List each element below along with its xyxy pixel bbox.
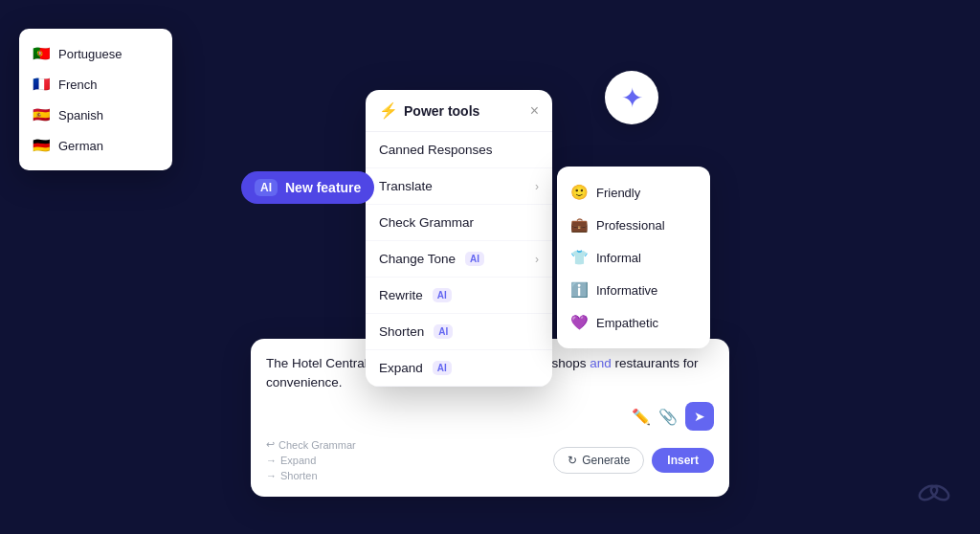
attachment-icon[interactable]: 📎 xyxy=(658,408,678,426)
tone-label-informal: Informal xyxy=(596,251,641,265)
tone-label-empathetic: Empathetic xyxy=(596,316,658,330)
change-tone-left: Change Tone AI xyxy=(379,252,484,266)
professional-icon: 💼 xyxy=(570,216,589,234)
send-button[interactable]: ➤ xyxy=(685,402,714,431)
shorten-link-label: Shorten xyxy=(280,470,318,481)
translate-label: Translate xyxy=(379,179,433,193)
language-item-french[interactable]: 🇫🇷 French xyxy=(19,69,172,100)
tone-label-friendly: Friendly xyxy=(596,186,640,200)
check-grammar-label: Check Grammar xyxy=(379,215,474,230)
new-feature-text: New feature xyxy=(285,180,361,195)
tone-item-informative[interactable]: ℹ️ Informative xyxy=(557,274,710,306)
tone-item-professional[interactable]: 💼 Professional xyxy=(557,209,710,241)
tone-dropdown: 🙂 Friendly 💼 Professional 👕 Informal ℹ️ … xyxy=(557,167,710,348)
language-item-german[interactable]: 🇩🇪 German xyxy=(19,130,172,161)
canned-responses-label: Canned Responses xyxy=(379,143,493,157)
bottom-link-shorten[interactable]: → Shorten xyxy=(266,470,356,481)
generate-icon: ↻ xyxy=(568,454,577,467)
menu-item-shorten[interactable]: Shorten AI xyxy=(366,314,552,350)
tone-item-empathetic[interactable]: 💜 Empathetic xyxy=(557,306,710,339)
menu-item-change-tone[interactable]: Change Tone AI › xyxy=(366,241,552,278)
menu-item-expand[interactable]: Expand AI xyxy=(366,350,552,387)
ai-chip-expand: AI xyxy=(433,361,452,375)
send-arrow-icon: ➤ xyxy=(694,409,705,424)
language-label-portuguese: Portuguese xyxy=(58,47,122,61)
menu-item-canned-responses[interactable]: Canned Responses xyxy=(366,132,552,168)
expand-link-label: Expand xyxy=(280,455,316,466)
language-label-spanish: Spanish xyxy=(58,108,103,122)
edit-icon[interactable]: ✏️ xyxy=(632,408,651,426)
sparkle-button[interactable]: ✦ xyxy=(605,71,658,124)
main-scene: AI New feature ⚡ Power tools × Canned Re… xyxy=(241,37,739,497)
generate-label: Generate xyxy=(582,454,630,467)
menu-item-check-grammar[interactable]: Check Grammar xyxy=(366,205,552,241)
power-tools-header: ⚡ Power tools × xyxy=(366,90,552,132)
rewrite-label: Rewrite xyxy=(379,288,423,302)
logo-watermark xyxy=(917,474,951,515)
language-dropdown: 🇵🇹 Portuguese 🇫🇷 French 🇪🇸 Spanish 🇩🇪 Ge… xyxy=(19,29,172,170)
menu-item-translate[interactable]: Translate › xyxy=(366,168,552,205)
power-tools-label: Power tools xyxy=(404,103,479,119)
chat-actions-row: ✏️ 📎 ➤ xyxy=(266,402,714,431)
check-grammar-link-label: Check Grammar xyxy=(278,439,356,451)
tone-item-informal[interactable]: 👕 Informal xyxy=(557,241,710,274)
language-label-french: French xyxy=(58,78,97,92)
shorten-left: Shorten AI xyxy=(379,324,453,339)
bottom-actions: ↩ Check Grammar → Expand → Shorten ↻ Gen… xyxy=(266,438,714,481)
friendly-icon: 🙂 xyxy=(570,184,589,201)
empathetic-icon: 💜 xyxy=(570,314,589,331)
change-tone-label: Change Tone xyxy=(379,252,456,266)
expand-label: Expand xyxy=(379,361,423,375)
rewrite-left: Rewrite AI xyxy=(379,288,452,302)
chevron-right-icon: › xyxy=(535,253,539,266)
flag-spanish: 🇪🇸 xyxy=(33,106,51,123)
ai-chip: AI xyxy=(255,179,278,196)
informal-icon: 👕 xyxy=(570,249,589,266)
bottom-right-buttons: ↻ Generate Insert xyxy=(553,447,714,474)
language-item-spanish[interactable]: 🇪🇸 Spanish xyxy=(19,100,172,130)
expand-icon: → xyxy=(266,455,277,466)
bottom-link-check-grammar[interactable]: ↩ Check Grammar xyxy=(266,438,356,451)
power-icon: ⚡ xyxy=(379,101,398,120)
flag-french: 🇫🇷 xyxy=(33,76,51,93)
chat-highlight: and xyxy=(590,356,612,370)
chevron-right-icon: › xyxy=(535,180,539,193)
expand-left: Expand AI xyxy=(379,361,452,375)
generate-button[interactable]: ↻ Generate xyxy=(553,447,644,474)
language-item-portuguese[interactable]: 🇵🇹 Portuguese xyxy=(19,38,172,69)
tone-label-professional: Professional xyxy=(596,218,665,233)
tone-item-friendly[interactable]: 🙂 Friendly xyxy=(557,176,710,209)
close-button[interactable]: × xyxy=(530,103,539,119)
svg-point-1 xyxy=(928,483,950,502)
tone-label-informative: Informative xyxy=(596,283,657,298)
shorten-icon: → xyxy=(266,470,277,481)
ai-new-feature-badge: AI New feature xyxy=(241,171,374,204)
menu-item-rewrite[interactable]: Rewrite AI xyxy=(366,278,552,314)
flag-portuguese: 🇵🇹 xyxy=(33,45,51,62)
shorten-label: Shorten xyxy=(379,324,424,339)
flag-german: 🇩🇪 xyxy=(33,137,51,154)
check-grammar-icon: ↩ xyxy=(266,438,275,451)
ai-chip-change-tone: AI xyxy=(465,252,484,266)
bottom-link-expand[interactable]: → Expand xyxy=(266,455,356,466)
power-tools-title: ⚡ Power tools xyxy=(379,101,479,120)
insert-button[interactable]: Insert xyxy=(652,448,714,473)
sparkle-icon: ✦ xyxy=(621,82,643,114)
ai-chip-shorten: AI xyxy=(434,324,453,339)
language-label-german: German xyxy=(58,139,103,153)
power-tools-panel: ⚡ Power tools × Canned Responses Transla… xyxy=(366,90,552,387)
informative-icon: ℹ️ xyxy=(570,281,589,299)
bottom-links: ↩ Check Grammar → Expand → Shorten xyxy=(266,438,356,481)
ai-chip-rewrite: AI xyxy=(433,288,452,302)
